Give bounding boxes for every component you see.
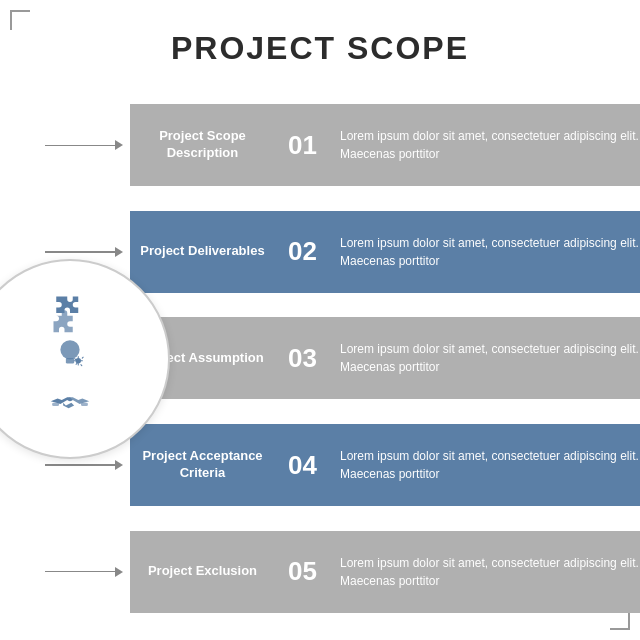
row-2-text: Lorem ipsum dolor sit amet, consectetuer… [330,234,640,270]
svg-rect-3 [52,402,59,405]
row-5-text: Lorem ipsum dolor sit amet, consectetuer… [330,554,640,590]
brain-gear-icon [48,336,92,380]
row-3: Project Assumption 03 Lorem ipsum dolor … [130,317,640,399]
row-2-number: 02 [275,236,330,267]
content-area: Project Scope Description 01 Lorem ipsum… [0,87,640,630]
page-title: PROJECT SCOPE [171,30,469,67]
svg-point-2 [76,358,82,364]
row-3-number: 03 [275,343,330,374]
row-1: Project Scope Description 01 Lorem ipsum… [130,104,640,186]
row-5-number: 05 [275,556,330,587]
svg-point-0 [60,341,79,360]
svg-rect-4 [81,402,88,405]
row-4-text: Lorem ipsum dolor sit amet, consectetuer… [330,447,640,483]
row-4: Project Acceptance Criteria 04 Lorem ips… [130,424,640,506]
row-5: Project Exclusion 05 Lorem ipsum dolor s… [130,531,640,613]
puzzle-icon [48,291,92,335]
rows-container: Project Scope Description 01 Lorem ipsum… [130,87,640,630]
circle-container [0,149,170,569]
handshake-icon [48,382,92,426]
row-4-number: 04 [275,450,330,481]
row-3-text: Lorem ipsum dolor sit amet, consectetuer… [330,340,640,376]
brain-gear-icon-wrapper [48,336,92,380]
icon-circle [0,259,170,459]
handshake-icon-wrapper [48,382,92,426]
row-2: Project Deliverables 02 Lorem ipsum dolo… [130,211,640,293]
corner-decoration-tl [10,10,30,30]
row-1-number: 01 [275,130,330,161]
puzzle-icon-wrapper [48,291,92,335]
row-1-text: Lorem ipsum dolor sit amet, consectetuer… [330,127,640,163]
page-wrapper: PROJECT SCOPE [0,0,640,640]
svg-rect-1 [66,358,74,364]
